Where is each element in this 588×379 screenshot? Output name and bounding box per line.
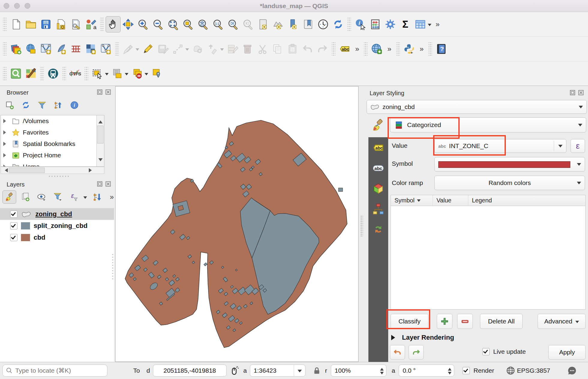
select-within-button[interactable] bbox=[149, 65, 164, 82]
render-checkbox[interactable] bbox=[463, 367, 470, 374]
metasearch-button[interactable] bbox=[369, 41, 384, 57]
lock-scale-icon[interactable] bbox=[313, 366, 321, 375]
save-project-button[interactable] bbox=[38, 16, 53, 32]
zoom-to-layer-button[interactable] bbox=[196, 16, 211, 32]
zoom-last-button[interactable] bbox=[226, 16, 241, 32]
vertex-tool-dropdown[interactable] bbox=[220, 48, 224, 53]
identify-features-button[interactable]: i bbox=[353, 16, 368, 32]
symbology-tab-active[interactable] bbox=[370, 117, 386, 133]
manage-visibility-button[interactable] bbox=[35, 190, 49, 204]
live-update-control[interactable]: Live update bbox=[482, 348, 526, 355]
masks-tab[interactable]: abc bbox=[371, 162, 385, 174]
browser-item-project-home[interactable]: Project Home bbox=[1, 150, 104, 161]
temporal-controller-button[interactable] bbox=[316, 16, 331, 32]
toolbar-grip[interactable] bbox=[332, 42, 335, 56]
digitize-dropdown[interactable] bbox=[185, 48, 189, 53]
toolbar-grip[interactable] bbox=[428, 42, 432, 56]
show-sum-button[interactable]: Σ bbox=[398, 16, 413, 32]
gtfs-plugin-button[interactable]: GTFS bbox=[68, 65, 83, 82]
cut-features-button[interactable] bbox=[255, 41, 270, 57]
layer-checkbox[interactable] bbox=[10, 222, 17, 229]
toolbar-grip[interactable] bbox=[3, 67, 7, 80]
select-by-value-button[interactable] bbox=[110, 65, 125, 82]
new-print-layout-button[interactable] bbox=[53, 16, 68, 32]
history-tab[interactable] bbox=[371, 223, 385, 236]
column-value[interactable]: Value bbox=[433, 195, 468, 206]
browser-item-volumes[interactable]: /Volumes bbox=[1, 115, 104, 127]
layer-row-zoning-cbd[interactable]: zoning_cbd bbox=[0, 208, 114, 220]
scroll-thumb[interactable] bbox=[9, 168, 45, 173]
expression-filter-dropdown[interactable] bbox=[83, 196, 87, 201]
current-edits-button[interactable] bbox=[121, 41, 136, 57]
locator-search[interactable] bbox=[2, 365, 107, 377]
browser-add-layer-button[interactable] bbox=[4, 99, 16, 111]
open-layer-styling-button[interactable] bbox=[2, 190, 16, 204]
zoom-out-button[interactable] bbox=[151, 16, 166, 32]
open-project-button[interactable] bbox=[23, 16, 38, 32]
value-field-selector[interactable]: abc INT_ZONE_C bbox=[434, 139, 566, 153]
spin-down-icon[interactable] bbox=[448, 372, 452, 376]
labels-tab[interactable]: abc bbox=[371, 141, 385, 154]
refresh-button[interactable] bbox=[331, 16, 346, 32]
browser-refresh-button[interactable] bbox=[20, 99, 32, 111]
paste-features-button[interactable] bbox=[285, 41, 300, 57]
deselect-features-dropdown[interactable] bbox=[145, 73, 148, 77]
save-edits-button[interactable] bbox=[155, 41, 170, 57]
renderer-selector[interactable]: Categorized bbox=[390, 117, 586, 132]
layers-close-button[interactable] bbox=[105, 181, 111, 188]
deselect-features-button[interactable] bbox=[130, 65, 145, 82]
filter-legend-button[interactable] bbox=[51, 190, 65, 204]
add-mesh-layer-button[interactable] bbox=[68, 41, 83, 57]
zoom-full-button[interactable] bbox=[166, 16, 181, 32]
styling-float-button[interactable] bbox=[570, 90, 575, 97]
add-group-button[interactable] bbox=[19, 190, 32, 204]
toolbar-grip[interactable] bbox=[364, 42, 368, 56]
column-symbol[interactable]: Symbol bbox=[391, 195, 433, 206]
show-spatial-bookmarks-button[interactable] bbox=[301, 16, 316, 32]
add-ogc-layer-button[interactable] bbox=[23, 41, 38, 57]
browser-vertical-scrollbar[interactable] bbox=[96, 115, 104, 166]
redo-button[interactable] bbox=[315, 41, 330, 57]
rotation-spinbox[interactable]: 0.0 ° bbox=[399, 365, 454, 377]
layer-row-split-zoning-cbd[interactable]: split_zoning_cbd bbox=[0, 220, 114, 232]
toolbar-grip[interactable] bbox=[3, 18, 7, 31]
quickmapservices-button[interactable] bbox=[23, 65, 38, 82]
modify-attributes-button[interactable] bbox=[225, 41, 240, 57]
scroll-down-icon[interactable] bbox=[98, 158, 103, 163]
symbol-selector[interactable] bbox=[434, 157, 585, 171]
toggle-editing-button[interactable] bbox=[140, 41, 155, 57]
pan-to-selection-button[interactable] bbox=[121, 16, 136, 32]
data-source-manager-button[interactable] bbox=[8, 41, 23, 57]
scroll-thumb[interactable] bbox=[97, 126, 104, 144]
toolbar-overflow[interactable]: » bbox=[433, 20, 442, 29]
categories-table[interactable]: Symbol Value Legend bbox=[391, 195, 586, 310]
expand-icon[interactable] bbox=[3, 142, 8, 146]
messages-icon[interactable] bbox=[567, 365, 577, 376]
browser-properties-button[interactable]: i bbox=[68, 99, 80, 111]
statistical-summary-button[interactable] bbox=[368, 16, 383, 32]
expression-builder-button[interactable]: ε bbox=[571, 139, 585, 153]
layer-row-cbd[interactable]: cbd bbox=[0, 232, 114, 243]
move-feature-button[interactable] bbox=[190, 41, 205, 57]
attribute-table-dropdown[interactable] bbox=[428, 24, 431, 28]
python-toolbar-overflow[interactable]: » bbox=[417, 45, 427, 53]
zoom-native-button[interactable]: 1:1 bbox=[211, 16, 226, 32]
toolbar-grip[interactable] bbox=[40, 67, 44, 80]
live-update-checkbox[interactable] bbox=[482, 348, 490, 355]
toolbar-grip[interactable] bbox=[396, 42, 400, 56]
column-legend[interactable]: Legend bbox=[468, 195, 585, 206]
layer-checkbox[interactable] bbox=[10, 234, 17, 241]
layer-rendering-section[interactable]: Layer Rendering bbox=[391, 334, 454, 341]
crs-status[interactable]: EPSG:3857 bbox=[517, 367, 550, 374]
delete-all-button[interactable]: Delete All bbox=[480, 314, 523, 329]
digitize-segment-button[interactable] bbox=[170, 41, 185, 57]
coordinate-input[interactable] bbox=[153, 365, 226, 377]
options-button[interactable] bbox=[383, 16, 398, 32]
crs-globe-icon[interactable] bbox=[506, 366, 515, 375]
scale-dropdown[interactable] bbox=[294, 365, 305, 376]
layers-float-button[interactable] bbox=[97, 181, 103, 188]
mouse-position-icon[interactable] bbox=[229, 365, 239, 376]
remove-category-button[interactable] bbox=[457, 314, 473, 329]
zoom-to-selection-button[interactable] bbox=[181, 16, 196, 32]
toolbar-grip[interactable] bbox=[100, 18, 104, 31]
